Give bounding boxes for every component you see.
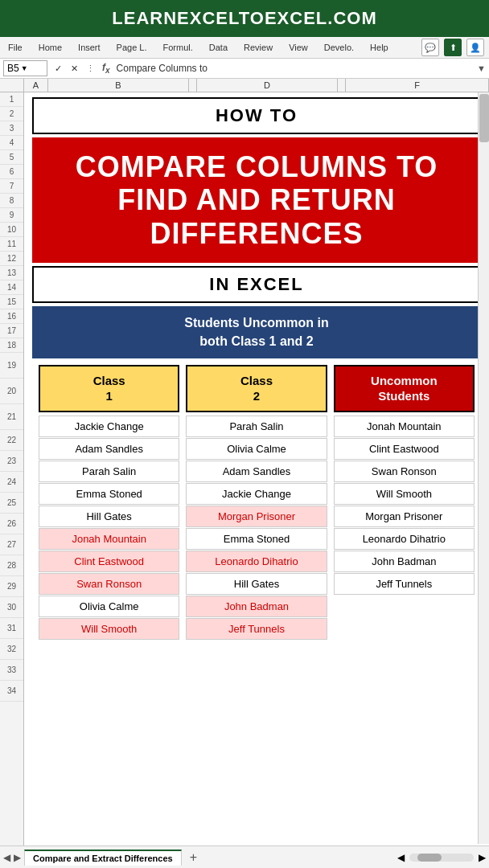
uncommon-row-6: Leonardo Dihatrio — [334, 528, 475, 550]
scroll-right-btn[interactable]: ▶ — [479, 852, 486, 863]
ribbon-tab-review[interactable]: Review — [240, 41, 276, 54]
next-sheet-btn[interactable]: ▶ — [14, 852, 21, 863]
class1-header: Class1 — [39, 365, 179, 412]
fx-label: fx — [102, 62, 110, 75]
formula-content: Compare Columns to — [115, 61, 475, 76]
class1-column: Class1 Jackie Change Adam Sandles Parah … — [39, 365, 179, 641]
formula-bar: B5 ▼ ✓ ✕ ⋮ fx Compare Columns to ▼ — [0, 59, 489, 79]
formula-expand-btn[interactable]: ⋮ — [83, 61, 97, 76]
active-sheet-tab[interactable]: Compare and Extract Differences — [24, 850, 182, 866]
ribbon-tab-develo[interactable]: Develo. — [321, 41, 357, 54]
class2-row-10: Jeff Tunnels — [186, 618, 327, 640]
class2-row-4: Jackie Change — [186, 483, 327, 505]
class1-row-4: Emma Stoned — [39, 483, 179, 505]
cell-reference[interactable]: B5 ▼ — [3, 60, 47, 76]
ribbon-tab-insert[interactable]: Insert — [75, 41, 104, 54]
prev-sheet-btn[interactable]: ◀ — [3, 852, 10, 863]
class2-row-7: Leonardo Dihatrio — [186, 551, 327, 572]
red-banner: COMPARE COLUMNS TO FIND AND RETURN DIFFE… — [32, 137, 481, 263]
scrollbar-thumb[interactable] — [479, 94, 489, 142]
horizontal-scrollbar[interactable] — [409, 854, 474, 862]
class2-row-5: Morgan Prisoner — [186, 506, 327, 527]
ribbon-tab-help[interactable]: Help — [367, 41, 392, 54]
sheet-tabs: ◀ ▶ Compare and Extract Differences + ◀ … — [0, 845, 489, 868]
class1-row-3: Parah Salin — [39, 461, 179, 482]
class1-row-6: Jonah Mountain — [39, 528, 179, 550]
uncommon-row-4: Will Smooth — [334, 483, 475, 505]
ribbon-tab-view[interactable]: View — [286, 41, 311, 54]
class2-row-8: Hill Gates — [186, 573, 327, 595]
user-icon-btn[interactable]: 👤 — [466, 39, 484, 56]
formula-check-btn[interactable]: ✓ — [51, 61, 65, 76]
scroll-left-btn[interactable]: ◀ — [397, 852, 405, 863]
uncommon-column: UncommonStudents Jonah Mountain Clint Ea… — [334, 365, 475, 641]
uncommon-row-1: Jonah Mountain — [334, 416, 475, 437]
col-header-a: A — [24, 79, 48, 92]
class1-row-2: Adam Sandles — [39, 438, 179, 460]
class1-row-7: Clint Eastwood — [39, 551, 179, 572]
red-banner-line3: DIFFERENCES — [39, 217, 475, 250]
ribbon-tab-home[interactable]: Home — [35, 41, 65, 54]
class1-row-5: Hill Gates — [39, 506, 179, 527]
in-excel-box: IN EXCEL — [32, 266, 481, 303]
ribbon-tab-formula[interactable]: Formul. — [160, 41, 196, 54]
col-header-c — [189, 79, 197, 92]
class2-row-3: Adam Sandles — [186, 461, 327, 482]
red-banner-line1: COMPARE COLUMNS TO — [39, 150, 475, 183]
class1-row-9: Olivia Calme — [39, 596, 179, 617]
col-header-f: F — [346, 79, 489, 92]
how-to-box: HOW TO — [32, 97, 481, 134]
class2-row-6: Emma Stoned — [186, 528, 327, 550]
uncommon-row-3: Swan Ronson — [334, 461, 475, 482]
row-numbers: 1 2 3 4 5 6 7 8 9 10 11 12 13 14 15 16 1… — [0, 92, 24, 866]
class1-row-8: Swan Ronson — [39, 573, 179, 595]
class2-row-9: John Badman — [186, 596, 327, 617]
ribbon-tab-file[interactable]: File — [5, 41, 26, 54]
share-icon-btn[interactable]: ⬆ — [444, 39, 462, 56]
class1-row-1: Jackie Change — [39, 416, 179, 437]
uncommon-header: UncommonStudents — [334, 365, 475, 412]
class2-row-2: Olivia Calme — [186, 438, 327, 460]
uncommon-row-7: John Badman — [334, 551, 475, 572]
class2-header: Class2 — [186, 365, 327, 412]
cell-ref-dropdown-icon[interactable]: ▼ — [21, 64, 28, 72]
comment-icon-btn[interactable]: 💬 — [421, 39, 439, 56]
uncommon-row-8: Jeff Tunnels — [334, 573, 475, 595]
data-section: Class1 Jackie Change Adam Sandles Parah … — [32, 365, 481, 641]
vertical-scrollbar[interactable] — [478, 92, 489, 844]
class2-column: Class2 Parah Salin Olivia Calme Adam San… — [186, 365, 327, 641]
ribbon-tab-page[interactable]: Page L. — [113, 41, 150, 54]
class2-row-1: Parah Salin — [186, 416, 327, 437]
ribbon-tab-data[interactable]: Data — [206, 41, 231, 54]
col-header-b: B — [48, 79, 189, 92]
sheet-content: HOW TO COMPARE COLUMNS TO FIND AND RETUR… — [24, 92, 489, 866]
class1-row-10: Will Smooth — [39, 618, 179, 640]
site-header: LEARNEXCELTOEXCEL.COM — [0, 0, 489, 37]
uncommon-row-2: Clint Eastwood — [334, 438, 475, 460]
add-sheet-btn[interactable]: + — [185, 850, 202, 865]
ribbon: File Home Insert Page L. Formul. Data Re… — [0, 37, 489, 59]
uncommon-row-5: Morgan Prisoner — [334, 506, 475, 527]
col-header-d: D — [197, 79, 338, 92]
col-header-e — [338, 79, 346, 92]
column-headers-row: A B D F — [0, 79, 489, 92]
red-banner-line2: FIND AND RETURN — [39, 183, 475, 216]
formula-cross-btn[interactable]: ✕ — [67, 61, 81, 76]
formula-dropdown-icon[interactable]: ▼ — [477, 63, 486, 73]
blue-subtitle: Students Uncommon inboth Class 1 and 2 — [32, 306, 481, 358]
